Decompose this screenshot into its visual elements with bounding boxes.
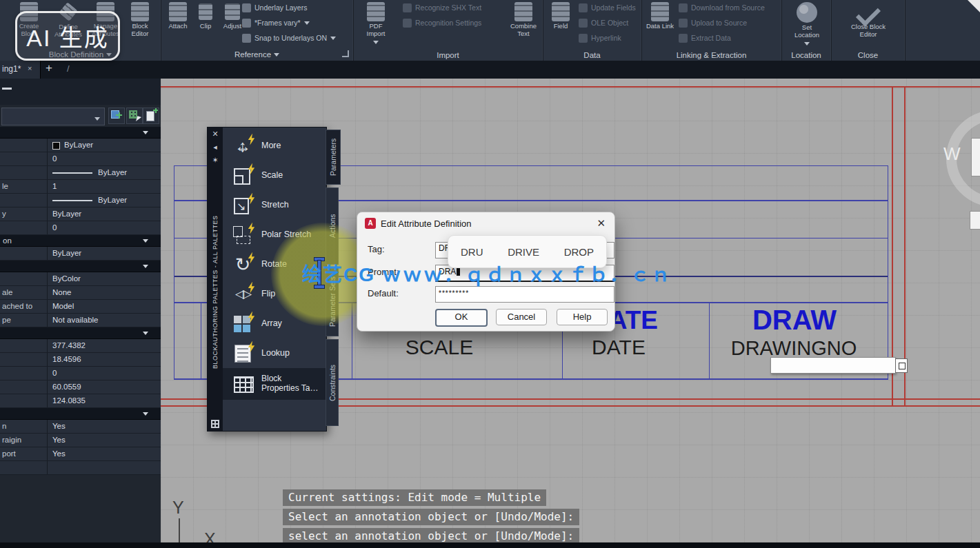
palette-autohide-icon[interactable]: ◂ xyxy=(213,141,217,154)
object-type-dropdown[interactable] xyxy=(1,108,105,125)
properties-section-general[interactable] xyxy=(0,127,161,139)
palette-item-lookup[interactable]: Lookup xyxy=(223,338,326,368)
panel-label-reference[interactable]: Reference xyxy=(161,50,353,59)
property-row-attached-to[interactable]: ached toModel xyxy=(0,300,161,314)
rotate-action-icon: ↻ xyxy=(232,254,253,275)
default-field[interactable]: ********* xyxy=(435,286,614,303)
help-button[interactable]: Help xyxy=(557,309,608,325)
property-row-linetype-scale[interactable]: le1 xyxy=(0,180,161,194)
property-row-layer[interactable]: 0 xyxy=(0,152,161,166)
data-link-button[interactable]: Data Link xyxy=(646,2,674,30)
palette-close-icon[interactable]: ✕ xyxy=(212,128,218,141)
combine-text-icon xyxy=(514,2,532,21)
extract-data-button[interactable]: Extract Data xyxy=(679,32,731,44)
palette-item-block-properties-table[interactable]: Block Properties Ta… xyxy=(223,368,326,400)
ribbon-panel-import: PDF Import Recognize SHX Text Recognitio… xyxy=(353,0,543,61)
property-row-material[interactable]: ByLayer xyxy=(0,247,161,261)
recognition-settings-button[interactable]: Recognition Settings xyxy=(403,17,481,29)
adjust-icon xyxy=(225,3,240,20)
ok-button[interactable]: OK xyxy=(435,309,488,327)
property-row-position-y[interactable]: 18.4596 xyxy=(0,353,161,367)
download-from-source-button[interactable]: Download from Source xyxy=(679,1,765,14)
palette-tab-parameters[interactable]: Parameters xyxy=(326,130,341,185)
recognition-settings-icon xyxy=(403,19,412,28)
palette-tab-constraints[interactable]: Constraints xyxy=(326,339,339,426)
property-row-plot-style[interactable]: ByColor xyxy=(0,272,161,286)
property-row-position-x[interactable]: 377.4382 xyxy=(0,339,161,353)
recognize-shx-text-button[interactable]: Recognize SHX Text xyxy=(403,1,481,14)
snap-to-underlays-dropdown[interactable]: Snap to Underlays ON xyxy=(242,32,336,44)
dialog-close-icon[interactable]: ✕ xyxy=(597,217,606,230)
select-objects-icon[interactable] xyxy=(126,108,143,124)
titleblock-line-v-right xyxy=(888,165,888,380)
palette-item-move[interactable]: ↔ ↕ More xyxy=(223,131,326,161)
panel-dialog-launcher-icon[interactable] xyxy=(342,50,349,57)
block-editor-button[interactable]: Block Editor xyxy=(124,2,156,37)
scale-cell-text: SCALE xyxy=(406,336,473,359)
viewcube-west-label[interactable]: W xyxy=(943,143,961,165)
palette-item-scale[interactable]: Scale xyxy=(223,161,326,190)
navigation-bar-stub[interactable] xyxy=(970,211,980,230)
properties-section-plot[interactable] xyxy=(0,261,161,272)
properties-section-misc[interactable] xyxy=(0,408,161,420)
titleblock-line-v-left xyxy=(174,165,174,380)
palette-item-stretch[interactable]: ↘ Stretch xyxy=(223,190,326,220)
update-fields-button[interactable]: Update Fields xyxy=(579,1,636,14)
autocad-app-icon: A xyxy=(365,218,376,229)
clip-label: Clip xyxy=(194,23,217,30)
suggestion-dru[interactable]: DRU xyxy=(461,246,483,258)
viewcube-face[interactable] xyxy=(971,138,980,176)
inplace-text-editor[interactable] xyxy=(770,357,896,374)
properties-section-3d[interactable]: on xyxy=(0,235,161,247)
combine-text-button[interactable]: Combine Text xyxy=(506,2,541,37)
property-row-misc-2[interactable]: raiginYes xyxy=(0,434,161,447)
inplace-editor-button[interactable] xyxy=(895,358,908,373)
palette-title-text: BLOCKAUTHORING PALETTES - ALL PALETTES xyxy=(212,167,219,417)
property-row-transparency[interactable]: yByLayer xyxy=(0,207,161,221)
attach-button[interactable]: Attach xyxy=(163,2,192,30)
recognize-shx-icon xyxy=(403,3,412,12)
property-row-plot-table[interactable]: aleNone xyxy=(0,286,161,300)
sheet-border-red-top xyxy=(161,86,980,88)
properties-section-geometry[interactable] xyxy=(0,327,161,339)
property-row-misc-3[interactable]: portYes xyxy=(0,447,161,461)
suggestion-drive[interactable]: DRIVE xyxy=(508,246,539,258)
property-row-linetype[interactable]: ByLayer xyxy=(0,166,161,180)
property-row-lineweight[interactable]: ByLayer xyxy=(0,194,161,207)
frames-vary-dropdown[interactable]: *Frames vary* xyxy=(242,17,310,29)
pdf-import-button[interactable]: PDF Import xyxy=(360,2,392,50)
drawing-tab[interactable]: ing1* × xyxy=(0,61,41,79)
suggestion-drop[interactable]: DROP xyxy=(564,246,594,258)
linetype-sample xyxy=(52,172,92,174)
underlay-layers-button[interactable]: Underlay Layers xyxy=(242,1,307,14)
property-row-misc-1[interactable]: nYes xyxy=(0,420,161,434)
titleblock-cell-v3 xyxy=(709,302,710,380)
quick-select-icon[interactable] xyxy=(143,108,159,124)
new-tab-button[interactable]: + xyxy=(46,61,52,75)
toggle-pickadd-icon[interactable] xyxy=(108,108,125,124)
property-row-empty xyxy=(0,461,161,475)
upload-to-source-button[interactable]: Upload to Source xyxy=(679,17,747,29)
property-row-thickness[interactable]: 0 xyxy=(0,221,161,235)
palette-settings-icon[interactable]: ✶ xyxy=(212,154,218,167)
cancel-button[interactable]: Cancel xyxy=(496,309,547,325)
property-row-height[interactable]: 124.0835 xyxy=(0,394,161,408)
ribbon-panel-close: Close Block Editor Close xyxy=(831,0,906,61)
hyperlink-button[interactable]: Hyperlink xyxy=(579,32,621,44)
property-row-table-type[interactable]: peNot available xyxy=(0,314,161,327)
bottom-bar xyxy=(0,542,980,548)
set-location-button[interactable]: Set Location xyxy=(791,2,823,51)
palette-grid-icon[interactable] xyxy=(211,420,219,428)
field-button[interactable]: Field xyxy=(547,2,574,30)
property-row-width[interactable]: 60.0559 xyxy=(0,380,161,394)
chevron-down-icon xyxy=(143,412,148,418)
ole-object-button[interactable]: OLE Object xyxy=(579,17,628,29)
command-history-line-1: Current sattings: Edit mode = Multiple xyxy=(283,489,546,506)
chevron-down-icon xyxy=(143,239,148,245)
tab-close-icon[interactable]: × xyxy=(28,64,32,72)
property-row-position-z[interactable]: 0 xyxy=(0,367,161,380)
clip-button[interactable]: Clip xyxy=(194,2,217,30)
titleblock-cell-v0 xyxy=(201,302,201,380)
close-block-editor-button[interactable]: Close Block Editor xyxy=(849,2,888,38)
property-row-color[interactable]: ByLayer xyxy=(0,139,161,152)
